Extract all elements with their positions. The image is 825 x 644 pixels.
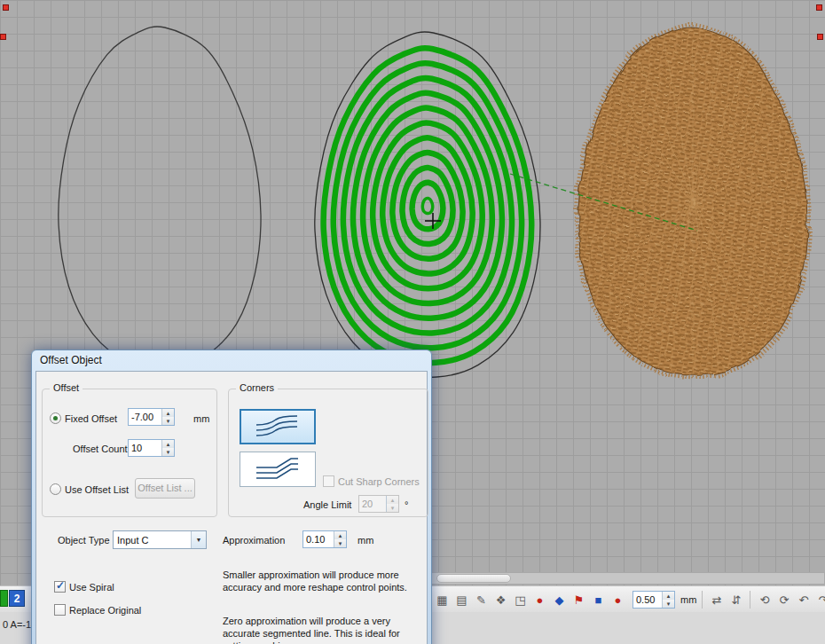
approximation-unit-label: mm [358,535,373,546]
offset-object-dialog: Offset Object Offset Fixed Offset -7.00 … [31,349,432,644]
mm-unit-label: mm [193,413,209,424]
grid-size-spinner[interactable]: 0.50 ▴ ▾ [632,591,675,609]
dialog-title[interactable]: Offset Object [35,350,428,371]
layer-badge-1[interactable] [0,590,8,607]
round-corners-button[interactable] [240,409,316,444]
offset-group: Offset Fixed Offset -7.00 ▴ ▾ mm Offset … [42,389,217,517]
spin-up-icon[interactable]: ▴ [663,592,674,600]
horizontal-scrollbar[interactable] [431,572,825,585]
sharp-corners-icon [252,457,303,482]
replace-original-label[interactable]: Replace Original [69,605,141,616]
spin-up-icon[interactable]: ▴ [162,440,174,448]
toolbar-separator [750,591,750,609]
spin-down-icon[interactable]: ▾ [334,539,346,547]
angle-limit-spinner[interactable]: 20 ▴ ▾ [358,495,399,513]
corners-group: Corners [228,389,428,517]
rotate-left-icon[interactable]: ⟲ [756,591,773,609]
offset-group-label: Offset [50,382,82,393]
approximation-spinner[interactable]: 0.10 ▴ ▾ [302,530,347,548]
cut-sharp-corners-label[interactable]: Cut Sharp Corners [338,476,420,487]
application-window: 2 ▦ ▤ ✎ ❖ ◳ ● ◆ ⚑ ■ ● 0.50 ▴ ▾ mm ⇄ ⇵ [0,0,825,644]
frame-icon[interactable]: ◳ [512,591,529,609]
approximation-note-smaller: Smaller approximation will produce more … [223,569,427,593]
object-type-label: Object Type [58,535,110,546]
edit-icon[interactable]: ✎ [473,591,490,609]
outline-shape[interactable] [59,27,261,368]
use-spiral-checkbox[interactable]: ✓ [54,581,66,593]
mirror-vertical-icon[interactable]: ⇵ [727,591,744,609]
redo-icon[interactable]: ↷ [814,591,825,609]
selection-handle[interactable] [0,34,6,40]
fixed-offset-spinner[interactable]: -7.00 ▴ ▾ [128,408,175,426]
hatch-icon[interactable]: ▤ [453,591,470,609]
offset-list-button[interactable]: Offset List ... [135,478,195,499]
selection-handle[interactable] [816,4,822,11]
undo-icon[interactable]: ↶ [795,591,812,609]
offset-spiral-shape[interactable] [315,32,540,377]
mirror-horizontal-icon[interactable]: ⇄ [708,591,725,609]
angle-limit-label: Angle Limit [303,499,351,510]
approximation-label: Approximation [223,535,285,546]
grid-icon[interactable]: ▦ [434,591,451,609]
scrollbar-thumb[interactable] [436,574,511,583]
fixed-offset-label[interactable]: Fixed Offset [65,413,117,424]
offset-count-spinner[interactable]: 10 ▴ ▾ [128,439,175,457]
rotate-right-icon[interactable]: ⟳ [775,591,792,609]
offset-count-label: Offset Count [73,444,128,454]
spin-up-icon[interactable]: ▴ [387,496,398,504]
spin-up-icon[interactable]: ▴ [334,531,346,539]
nodes-icon[interactable]: ❖ [492,591,509,609]
round-corners-icon [252,414,303,439]
approximation-note-zero: Zero approximation will produce a very a… [223,615,427,644]
fixed-offset-radio[interactable] [50,412,61,424]
spin-down-icon[interactable]: ▾ [162,417,174,425]
snap-icon[interactable]: ◆ [551,591,568,609]
grid-size-value[interactable]: 0.50 [633,592,662,608]
spin-down-icon[interactable]: ▾ [387,504,398,512]
sharp-corners-button[interactable] [240,452,316,487]
object-type-dropdown[interactable]: Input C ▼ [113,530,207,549]
selection-handle[interactable] [3,4,9,11]
bottom-toolbar-icons: ▦ ▤ ✎ ❖ ◳ ● ◆ ⚑ ■ ● 0.50 ▴ ▾ mm ⇄ ⇵ ⟲ ⟳ [434,588,825,611]
replace-original-checkbox[interactable] [54,604,66,616]
degree-unit-label: ° [405,499,408,510]
spin-down-icon[interactable]: ▾ [663,600,674,608]
use-offset-list-radio[interactable] [50,483,61,495]
spin-up-icon[interactable]: ▴ [162,409,174,417]
use-offset-list-label[interactable]: Use Offset List [65,484,129,495]
use-spiral-label[interactable]: Use Spiral [69,582,114,593]
toolbar-separator [702,591,703,609]
stitch-preview-shape[interactable] [576,24,810,378]
selection-handle[interactable] [817,34,823,40]
red-marker-icon[interactable]: ● [531,591,548,609]
layer-badge-2[interactable]: 2 [9,590,25,607]
dialog-body: Offset Fixed Offset -7.00 ▴ ▾ mm Offset … [35,371,428,644]
red-dot-icon[interactable]: ● [609,591,626,609]
dropdown-arrow-icon[interactable]: ▼ [191,531,206,548]
spin-down-icon[interactable]: ▾ [162,448,174,456]
grid-size-unit: mm [680,594,696,605]
flag-icon[interactable]: ⚑ [570,591,587,609]
corners-group-label: Corners [236,382,278,393]
blue-square-icon[interactable]: ■ [590,591,607,609]
check-icon: ✓ [56,579,65,592]
cut-sharp-corners-checkbox[interactable] [323,475,334,487]
object-type-value[interactable]: Input C [114,535,191,546]
